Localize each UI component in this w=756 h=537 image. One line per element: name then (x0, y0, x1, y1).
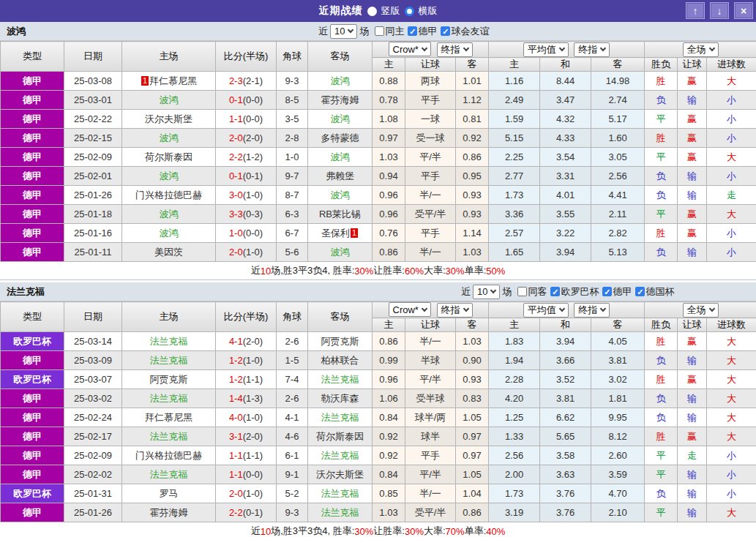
fulltime-score: 1-1 (229, 469, 243, 480)
result-goals: 小 (707, 167, 756, 186)
match-count-select[interactable]: 10 (473, 285, 500, 299)
match-count-select[interactable]: 10 (330, 24, 357, 39)
radio-horizontal-layout[interactable] (405, 7, 414, 16)
checkbox-label: 球会友谊 (451, 25, 489, 38)
corners: 8-5 (277, 91, 308, 110)
match-row: 德甲25-01-18波鸿3-3(0-3)6-3RB莱比锡0.96受平/半0.93… (1, 205, 756, 224)
checkbox-unchecked-icon[interactable] (375, 26, 384, 36)
result-handicap: 赢 (678, 427, 707, 446)
odds-home: 0.78 (373, 91, 405, 110)
col-home: 主场 (122, 302, 216, 332)
result-goals: 小 (707, 110, 756, 129)
chevron-down-icon (600, 306, 606, 312)
radio-vertical-layout[interactable] (367, 7, 377, 16)
odds-home: 1.06 (373, 389, 405, 408)
avg-draw: 3.76 (540, 503, 591, 522)
league-type: 欧罗巴杯 (1, 484, 64, 503)
halftime-score: (0-0) (243, 94, 263, 105)
odds-handicap: 半/一 (405, 243, 456, 262)
odds-company-select[interactable]: Crow* (389, 302, 431, 317)
away-team: 波鸿 (308, 186, 373, 205)
close-icon[interactable]: × (734, 2, 753, 19)
checkbox-checked-icon[interactable]: ✓ (408, 26, 417, 36)
result-handicap: 输 (678, 465, 707, 484)
avg-home: 2.28 (489, 370, 540, 389)
average-time-select[interactable]: 终指 (574, 42, 610, 57)
avg-draw: 5.65 (540, 427, 591, 446)
away-team: 法兰克福 (308, 484, 373, 503)
result-handicap: 赢 (678, 370, 707, 389)
fulltime-score: 0-1 (229, 170, 243, 181)
score: 2-0(1-0) (216, 243, 277, 262)
odds-away: 0.83 (456, 389, 489, 408)
odds-home: 0.99 (373, 351, 405, 370)
average-select[interactable]: 平均值 (523, 42, 569, 57)
score: 4-0(1-0) (216, 408, 277, 427)
league-filter-checkboxes: 同主✓德甲✓球会友谊 (371, 25, 489, 38)
away-team: 圣保利1 (308, 224, 373, 243)
team-name: 波鸿 (331, 247, 350, 258)
result-goals: 大 (707, 148, 756, 167)
corners: 4-1 (277, 408, 308, 427)
corners: 5-6 (277, 243, 308, 262)
fulltime-score: 2-0 (229, 488, 243, 499)
odds-company-select[interactable]: Crow* (389, 42, 431, 56)
average-select[interactable]: 平均值 (523, 303, 569, 318)
result-handicap: 输 (678, 351, 707, 370)
checkbox-checked-icon[interactable]: ✓ (635, 287, 645, 296)
scroll-up-icon[interactable]: ↑ (686, 2, 705, 19)
odds-time-select[interactable]: 终指 (437, 303, 473, 318)
result-outcome: 负 (645, 408, 678, 427)
league-type: 德甲 (1, 91, 64, 110)
section-summary: 近10场,胜3平3负4, 胜率:30% 让胜率:60% 大率:30% 单率:50… (0, 262, 756, 280)
checkbox-checked-icon[interactable]: ✓ (602, 287, 612, 296)
fulltime-score: 2-3 (229, 75, 243, 86)
score: 2-3(2-1) (216, 72, 277, 91)
checkbox-checked-icon[interactable]: ✓ (550, 287, 560, 296)
odds-away: 1.03 (456, 243, 489, 262)
halftime-score: (1-1) (243, 450, 263, 461)
average-time-value: 终指 (578, 43, 597, 56)
result-goals: 大 (707, 205, 756, 224)
radio-horizontal-label: 横版 (419, 4, 438, 18)
corners: 2-6 (277, 389, 308, 408)
col-avg-draw: 和 (540, 58, 591, 72)
scope-select[interactable]: 全场 (683, 303, 719, 318)
checkbox-label: 欧罗巴杯 (561, 285, 599, 298)
avg-draw: 3.52 (540, 370, 591, 389)
scroll-down-icon[interactable]: ↓ (710, 2, 729, 19)
chevron-down-icon (463, 45, 468, 51)
home-team: 波鸿 (122, 224, 216, 243)
team-name: 霍芬海姆 (150, 507, 188, 518)
odds-away: 0.92 (456, 129, 489, 148)
match-row: 欧罗巴杯25-03-14法兰克福4-1(2-0)2-6阿贾克斯0.86半/一1.… (1, 332, 756, 351)
team-name: 沃尔夫斯堡 (316, 469, 364, 480)
match-row: 欧罗巴杯25-01-31罗马2-0(1-0)5-2法兰克福0.85半/一1.04… (1, 484, 756, 503)
summary-text: 近 (251, 525, 261, 537)
corners: 2-8 (277, 129, 308, 148)
average-time-select[interactable]: 终指 (574, 303, 610, 318)
checkbox-checked-icon[interactable]: ✓ (441, 26, 450, 36)
scope-select[interactable]: 全场 (683, 42, 719, 57)
odds-home: 0.96 (373, 205, 405, 224)
match-row: 欧罗巴杯25-03-07阿贾克斯1-2(1-1)7-4法兰克福0.96平/半0.… (1, 370, 756, 389)
summary-stat-value: 30% (446, 266, 465, 277)
summary-stat-value: 50% (486, 266, 505, 277)
summary-stat-value: 30% (405, 526, 424, 537)
odds-home: 0.92 (373, 427, 405, 446)
result-outcome: 胜 (645, 224, 678, 243)
checkbox-unchecked-icon[interactable] (517, 287, 527, 296)
summary-stat-value: 60% (405, 266, 424, 277)
fulltime-score: 4-0 (229, 412, 243, 423)
odds-time-select[interactable]: 终指 (437, 42, 473, 57)
col-away: 客场 (308, 42, 373, 72)
result-handicap: 输 (678, 389, 707, 408)
summary-text: 场,胜3平3负4, 胜率: (271, 525, 354, 537)
average-selects-cell: 平均值 终指 (489, 42, 645, 58)
chevron-down-icon (348, 27, 353, 33)
team-name: 多特蒙德 (321, 132, 359, 143)
home-team: 波鸿 (122, 129, 216, 148)
match-row: 德甲25-02-22沃尔夫斯堡1-1(0-0)3-5波鸿1.08一球0.811.… (1, 110, 756, 129)
match-row: 德甲25-02-17法兰克福3-1(2-0)4-6荷尔斯泰因0.92球半0.97… (1, 427, 756, 446)
team-name: 荷尔斯泰因 (145, 151, 192, 162)
